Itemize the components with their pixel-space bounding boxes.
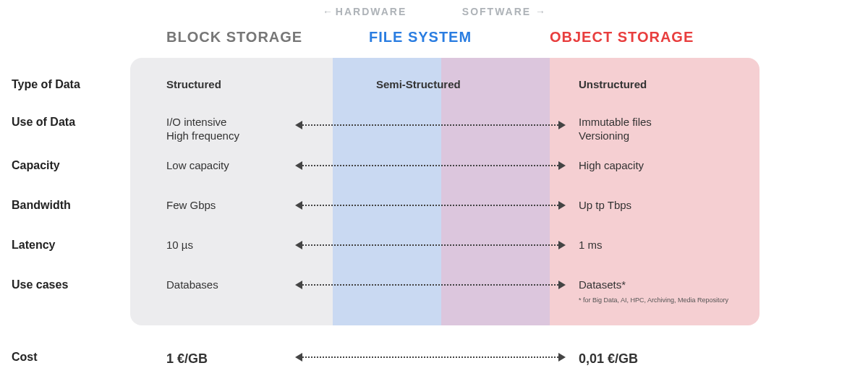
spectrum-arrow-use	[297, 124, 564, 126]
type-left: Structured	[166, 78, 221, 92]
arrow-left-icon: ←	[323, 6, 336, 17]
bandwidth-right: Up tp Tbps	[579, 199, 631, 213]
capacity-left: Low capacity	[166, 159, 229, 173]
spectrum-arrow-capacity	[297, 165, 564, 166]
header-object-storage: OBJECT STORAGE	[550, 29, 694, 46]
header-block-storage: BLOCK STORAGE	[166, 29, 302, 46]
use-left: I/O intensive High frequency	[166, 116, 239, 143]
capacity-right: High capacity	[579, 159, 644, 173]
bandwidth-left: Few Gbps	[166, 199, 216, 213]
type-mid: Semi-Structured	[376, 78, 461, 92]
row-label-cost: Cost	[12, 351, 38, 364]
row-label-type: Type of Data	[12, 78, 80, 91]
spectrum-arrow-usecases	[297, 284, 564, 286]
row-label-latency: Latency	[12, 239, 55, 252]
row-label-usecases: Use cases	[12, 278, 68, 291]
row-label-capacity: Capacity	[12, 159, 60, 172]
row-label-bandwidth: Bandwidth	[12, 199, 71, 212]
diagram-stage: { "top": { "hardware": "HARDWARE", "soft…	[0, 0, 868, 376]
cost-left: 1 €/GB	[166, 351, 208, 367]
header-file-system: FILE SYSTEM	[369, 29, 472, 46]
spectrum-arrow-latency	[297, 244, 564, 246]
spectrum-arrow-cost	[297, 356, 564, 358]
usecases-right: Datasets*	[579, 278, 626, 292]
latency-right: 1 ms	[579, 239, 603, 252]
latency-left: 10 µs	[166, 239, 193, 252]
use-right: Immutable files Versioning	[579, 116, 652, 143]
arrow-right-icon: →	[535, 6, 545, 17]
hardware-label: HARDWARE	[336, 6, 407, 17]
spectrum-arrow-bandwidth	[297, 205, 564, 206]
cost-right: 0,01 €/GB	[579, 351, 638, 367]
usecases-footnote: * for Big Data, AI, HPC, Archiving, Medi…	[579, 296, 728, 304]
spacer	[411, 6, 458, 17]
usecases-left: Databases	[166, 278, 218, 292]
top-axis: ← HARDWARE SOFTWARE →	[0, 6, 868, 17]
software-label: SOFTWARE	[462, 6, 531, 17]
row-label-use: Use of Data	[12, 116, 75, 129]
type-right: Unstructured	[579, 78, 647, 92]
